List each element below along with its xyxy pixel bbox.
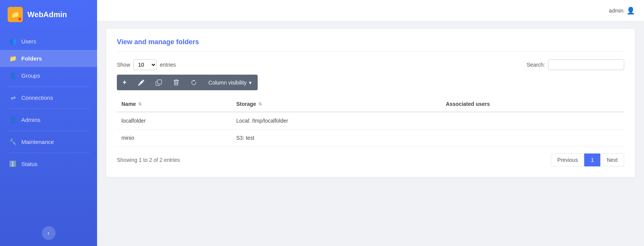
cell-storage-0: Local: /tmp/localfolder: [232, 112, 441, 129]
toolbar: +: [117, 75, 624, 90]
refresh-icon: [191, 80, 197, 86]
delete-icon: [173, 80, 179, 86]
search-input[interactable]: [548, 59, 624, 70]
maintenance-icon: 🔧: [9, 138, 17, 145]
pagination-row: Showing 1 to 2 of 2 entries Previous 1 N…: [117, 153, 624, 166]
user-info: admin 👤: [609, 6, 635, 15]
copy-button[interactable]: [150, 75, 167, 90]
th-name-label: Name: [121, 101, 136, 107]
sidebar-item-users[interactable]: 👥 Users: [0, 33, 97, 50]
search-group: Search:: [527, 59, 624, 70]
th-storage: Storage ⇅: [232, 96, 441, 112]
table-header-row: Name ⇅ Storage ⇅ Associa: [117, 96, 624, 112]
cell-storage-1: S3: test: [232, 129, 441, 147]
content-area: View and manage folders Show 10 25 50 10…: [97, 21, 644, 246]
show-label: Show: [117, 62, 130, 68]
table-row: localfolderLocal: /tmp/localfolder: [117, 112, 624, 129]
th-associated-users-label: Associated users: [446, 101, 490, 107]
edit-button[interactable]: [132, 75, 150, 90]
th-storage-label: Storage: [236, 101, 256, 107]
topbar: admin 👤: [97, 0, 644, 21]
username-label: admin: [609, 8, 623, 14]
sidebar-item-groups[interactable]: 👤 Groups: [0, 67, 97, 84]
th-associated-users: Associated users: [441, 96, 624, 112]
delete-button[interactable]: [167, 75, 185, 90]
th-storage-sort-icon: ⇅: [258, 102, 262, 107]
page-1-button[interactable]: 1: [584, 153, 600, 166]
search-label: Search:: [527, 62, 545, 68]
status-icon: ℹ️: [9, 160, 17, 168]
sidebar-collapse-area: ‹: [0, 220, 97, 246]
connections-icon: ⇌: [9, 94, 17, 101]
sidebar-item-admins[interactable]: 👤 Admins: [0, 111, 97, 128]
column-visibility-label: Column visibility: [209, 80, 247, 86]
entries-label: entries: [160, 62, 176, 68]
controls-row: Show 10 25 50 100 entries Search:: [117, 59, 624, 70]
sidebar-item-status[interactable]: ℹ️ Status: [0, 155, 97, 173]
th-name: Name ⇅: [117, 96, 232, 112]
sidebar-nav: 👥 Users 📁 Folders 👤 Groups ⇌ Connections…: [0, 29, 97, 220]
sidebar-divider-2: [8, 109, 89, 109]
sidebar-item-connections[interactable]: ⇌ Connections: [0, 89, 97, 106]
users-icon: 👥: [9, 38, 17, 45]
folders-icon: 📁: [9, 55, 17, 62]
sidebar: 📁 WebAdmin 👥 Users 📁 Folders 👤 Groups ⇌ …: [0, 0, 97, 246]
admins-icon: 👤: [9, 116, 17, 123]
edit-icon: [138, 80, 144, 86]
page-card: View and manage folders Show 10 25 50 10…: [106, 29, 635, 177]
sidebar-header: 📁 WebAdmin: [0, 0, 97, 29]
sidebar-item-connections-label: Connections: [21, 94, 53, 101]
sidebar-item-status-label: Status: [21, 161, 38, 167]
logo-dot: [18, 18, 21, 21]
sidebar-item-maintenance-label: Maintenance: [21, 139, 54, 145]
cell-associated_users-1: [441, 129, 624, 147]
sidebar-item-folders[interactable]: 📁 Folders: [0, 50, 97, 67]
sidebar-title: WebAdmin: [27, 10, 67, 19]
cell-associated_users-0: [441, 112, 624, 129]
sidebar-collapse-button[interactable]: ‹: [42, 226, 56, 240]
show-entries-group: Show 10 25 50 100 entries: [117, 59, 176, 70]
groups-icon: 👤: [9, 72, 17, 79]
showing-text: Showing 1 to 2 of 2 entries: [117, 157, 180, 163]
main: admin 👤 View and manage folders Show 10 …: [97, 0, 644, 246]
sidebar-divider-1: [8, 86, 89, 87]
copy-icon: [156, 80, 162, 86]
next-button[interactable]: Next: [600, 153, 624, 166]
sidebar-item-groups-label: Groups: [21, 72, 40, 79]
logo-icon: 📁: [8, 7, 23, 22]
refresh-button[interactable]: [185, 75, 202, 90]
sidebar-item-admins-label: Admins: [21, 117, 40, 123]
table-body: localfolderLocal: /tmp/localfolderminioS…: [117, 112, 624, 147]
cell-name-1: minio: [117, 129, 232, 147]
column-visibility-chevron: ▾: [249, 80, 252, 86]
previous-button[interactable]: Previous: [551, 153, 584, 166]
user-avatar-icon: 👤: [626, 6, 635, 15]
add-button[interactable]: +: [117, 75, 132, 90]
sidebar-divider-4: [8, 153, 89, 153]
page-heading: View and manage folders: [117, 38, 624, 52]
cell-name-0: localfolder: [117, 112, 232, 129]
entries-select[interactable]: 10 25 50 100: [133, 59, 157, 70]
pagination: Previous 1 Next: [551, 153, 624, 166]
table-row: minioS3: test: [117, 129, 624, 147]
sidebar-item-folders-label: Folders: [21, 55, 42, 62]
folders-table: Name ⇅ Storage ⇅ Associa: [117, 96, 624, 147]
sidebar-divider-3: [8, 131, 89, 131]
column-visibility-button[interactable]: Column visibility ▾: [202, 75, 258, 90]
sidebar-item-users-label: Users: [21, 38, 36, 45]
th-name-sort-icon: ⇅: [138, 102, 142, 107]
sidebar-item-maintenance[interactable]: 🔧 Maintenance: [0, 133, 97, 150]
